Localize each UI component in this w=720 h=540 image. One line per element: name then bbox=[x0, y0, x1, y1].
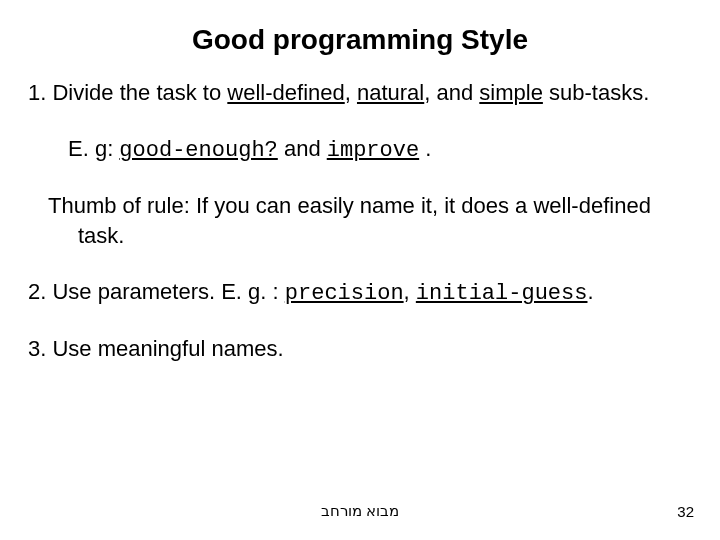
slide-title: Good programming Style bbox=[28, 24, 692, 56]
point-3: 3. Use meaningful names. bbox=[28, 334, 692, 364]
text: , bbox=[404, 279, 416, 304]
underline-well-defined: well-defined bbox=[227, 80, 344, 105]
text: . bbox=[587, 279, 593, 304]
text: 3. Use meaningful names. bbox=[28, 336, 284, 361]
code-good-enough: good-enough? bbox=[119, 138, 277, 163]
footer-center-text: מבוא מורחב bbox=[0, 502, 720, 520]
code-improve: improve bbox=[327, 138, 419, 163]
text: and bbox=[278, 136, 327, 161]
example-1: E. g: good-enough? and improve . bbox=[28, 134, 692, 166]
code-initial-guess: initial-guess bbox=[416, 281, 588, 306]
slide-body: 1. Divide the task to well-defined, natu… bbox=[28, 78, 692, 364]
slide: Good programming Style 1. Divide the tas… bbox=[0, 0, 720, 540]
text: E. g: bbox=[68, 136, 119, 161]
text: Thumb of rule: If you can easily name it… bbox=[48, 193, 651, 248]
underline-natural: natural bbox=[357, 80, 424, 105]
text: sub-tasks. bbox=[543, 80, 649, 105]
text: . bbox=[419, 136, 431, 161]
point-2: 2. Use parameters. E. g. : precision, in… bbox=[28, 277, 692, 309]
text: , and bbox=[424, 80, 479, 105]
text: 2. Use parameters. E. g. : bbox=[28, 279, 285, 304]
page-number: 32 bbox=[677, 503, 694, 520]
text: , bbox=[345, 80, 357, 105]
text: 1. Divide the task to bbox=[28, 80, 227, 105]
underline-simple: simple bbox=[479, 80, 543, 105]
point-1: 1. Divide the task to well-defined, natu… bbox=[28, 78, 692, 108]
thumb-rule: Thumb of rule: If you can easily name it… bbox=[28, 191, 692, 250]
code-precision: precision bbox=[285, 281, 404, 306]
